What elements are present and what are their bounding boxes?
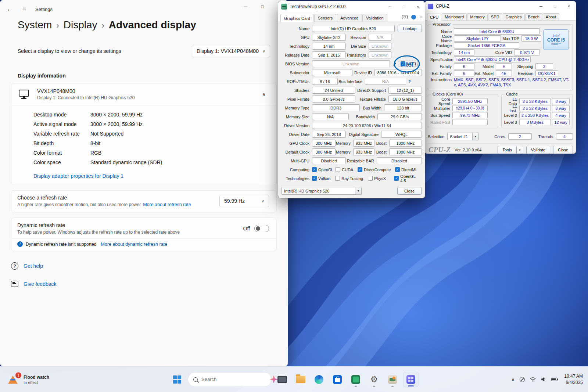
menu-icon[interactable]: ≡ [420, 14, 423, 19]
vulkan-checkbox[interactable] [312, 176, 317, 181]
badge-sub: inside™ [551, 43, 560, 46]
breadcrumb-display[interactable]: Display [64, 19, 97, 31]
chevron-up-icon[interactable]: ∧ [257, 91, 270, 97]
clocks-row-rated-fsb: Rated FSB [430, 119, 496, 125]
toggle-state-label: Off [243, 226, 250, 231]
cpuz-maximize-button[interactable]: □ [548, 1, 562, 12]
breadcrumb-separator-icon: › [56, 20, 59, 30]
taskbar-icon-settings[interactable]: ⚙ [366, 372, 382, 387]
refresh-rate-dropdown[interactable]: 59.99 Hz ∨ [219, 195, 269, 207]
validation-icon[interactable] [411, 15, 416, 19]
tools-button[interactable]: Tools [498, 146, 517, 154]
more-about-refresh-rate-link[interactable]: More about refresh rate [143, 202, 191, 207]
tray-clock[interactable]: 10:47 AM 6/4/2025 [560, 373, 587, 386]
memory-type-value: DDR3 [312, 104, 360, 111]
display-card-header[interactable]: VVX14P048M00 Display 1: Connected to Int… [11, 83, 276, 105]
taskbar-icon-edge[interactable] [311, 372, 327, 387]
settings-titlebar[interactable]: ← ≡ Settings ─ □ × [0, 0, 288, 18]
gpuz-close-action-button[interactable]: Close [397, 187, 422, 195]
cpuz-tab-graphics[interactable]: Graphics [503, 13, 525, 20]
info-value: RGB [90, 150, 276, 156]
search-input[interactable] [201, 377, 266, 382]
gpuz-close-button[interactable]: × [411, 1, 425, 12]
settings-minimize-button[interactable]: ─ [237, 0, 254, 13]
gpuz-titlebar[interactable]: TechPowerUp GPU-Z 2.60.0 ─ □ × [278, 1, 425, 12]
onedrive-paused-icon[interactable] [517, 372, 527, 387]
select-display-label: Select a display to view or change its s… [18, 48, 121, 54]
volume-icon[interactable] [539, 372, 548, 387]
display-adapter-properties-link[interactable]: Display adapter properties for Display 1 [33, 173, 123, 179]
cuda-checkbox[interactable] [336, 167, 340, 172]
cpuz-tab-mainboard[interactable]: Mainboard [442, 13, 467, 20]
tools-dropdown-arrow[interactable]: ▼ [517, 146, 523, 154]
dynamic-refresh-desc: To help save power, Windows adjusts the … [17, 230, 180, 235]
validate-button[interactable]: Validate [526, 146, 550, 154]
gpuz-tab-validation[interactable]: Validation [362, 14, 387, 22]
gpuz-tab-sensors[interactable]: Sensors [314, 14, 336, 22]
l2-size: 2 x 256 KBytes [519, 112, 551, 118]
gpu-card-select[interactable]: Intel(R) HD Graphics 520 ▼ [282, 187, 362, 195]
maximize-icon: □ [261, 4, 263, 9]
info-label: Desktop mode [33, 112, 90, 118]
taskbar-icon-device[interactable] [275, 372, 290, 387]
give-feedback-link[interactable]: Give feedback [24, 281, 57, 287]
weather-widget[interactable]: 1 Flood watch In effect [4, 372, 54, 386]
taskbar-icon-monitor-app[interactable] [348, 372, 363, 387]
ray-tracing-checkbox[interactable] [335, 176, 340, 181]
cpuz-close-action-button[interactable]: Close [553, 146, 573, 154]
tray-chevron-icon[interactable]: ∧ [509, 372, 517, 387]
field-label: Stepping [512, 64, 535, 69]
socket-select[interactable]: Socket #1 ▼ [447, 133, 479, 140]
bandwidth-value: 29.9 GB/s [377, 113, 422, 120]
display-select-dropdown[interactable]: Display 1: VVX14P048M00 ∨ [192, 45, 270, 57]
taskbar-search[interactable] [188, 372, 272, 387]
physx-checkbox[interactable] [368, 176, 373, 181]
taskbar-icon-file-explorer[interactable] [293, 372, 308, 387]
clocks-legend: Clocks (Core #0) [431, 92, 465, 96]
field-label: Bus Width [360, 106, 384, 110]
code-name-value: Skylake-U/Y [454, 35, 501, 42]
breadcrumb-separator-icon: › [102, 20, 104, 30]
directml-checkbox-group: DirectML [395, 167, 417, 172]
start-button[interactable] [169, 372, 185, 387]
gpuz-tab-advanced[interactable]: Advanced [337, 14, 362, 22]
screenshot-icon[interactable] [402, 15, 408, 19]
taskbar-icon-gpu-z[interactable] [385, 372, 400, 387]
back-button[interactable]: ← [2, 3, 17, 16]
battery-icon[interactable] [549, 372, 560, 387]
taskbar-icon-cpu-z[interactable] [403, 372, 419, 387]
cpuz-tab-spd[interactable]: SPD [488, 13, 502, 20]
opencl-checkbox[interactable] [312, 167, 317, 172]
cpuz-tab-about[interactable]: About [543, 13, 559, 20]
gpuz-row-name: Name Intel(R) HD Graphics 520 Lookup [281, 25, 422, 32]
taskbar: 1 Flood watch In effect ⚙ ∧ [0, 366, 588, 392]
lookup-button[interactable]: Lookup [398, 25, 422, 32]
breadcrumb-system[interactable]: System [18, 19, 52, 31]
settings-maximize-button[interactable]: □ [254, 0, 271, 13]
cpuz-tab-memory[interactable]: Memory [467, 13, 488, 20]
directml-checkbox[interactable] [395, 167, 400, 172]
cpuz-caption-buttons: ─ □ × [534, 1, 576, 12]
cpuz-close-button[interactable]: × [562, 1, 576, 12]
opengl-checkbox[interactable] [394, 176, 399, 181]
field-label: Revision [512, 71, 535, 76]
nav-menu-button[interactable]: ≡ [17, 3, 32, 16]
get-help-link[interactable]: Get help [24, 263, 43, 269]
field-label: Boost [374, 150, 389, 154]
clocks-row-core-speed: Core Speed 2891.50 MHz [430, 98, 496, 104]
wifi-icon[interactable] [528, 372, 538, 387]
feedback-icon [11, 281, 18, 287]
gpuz-tab-graphics-card[interactable]: Graphics Card [280, 14, 314, 22]
cpuz-titlebar[interactable]: CPU-Z ─ □ × [425, 1, 576, 11]
cpuz-tab-bench[interactable]: Bench [525, 13, 542, 20]
cores-label: Cores [494, 134, 505, 139]
bus-interface-help-icon[interactable]: ? [408, 79, 411, 84]
directcompute-checkbox[interactable] [358, 167, 362, 172]
taskbar-icon-store[interactable] [330, 372, 345, 387]
cpuz-tab-cpu[interactable]: CPU [427, 14, 441, 21]
gpuz-minimize-button[interactable]: ─ [383, 1, 397, 12]
gpuz-maximize-button[interactable]: □ [397, 1, 411, 12]
cpuz-minimize-button[interactable]: ─ [534, 1, 548, 12]
dynamic-refresh-toggle[interactable] [254, 225, 269, 232]
more-about-dynamic-refresh-link[interactable]: More about dynamic refresh rate [101, 242, 167, 247]
